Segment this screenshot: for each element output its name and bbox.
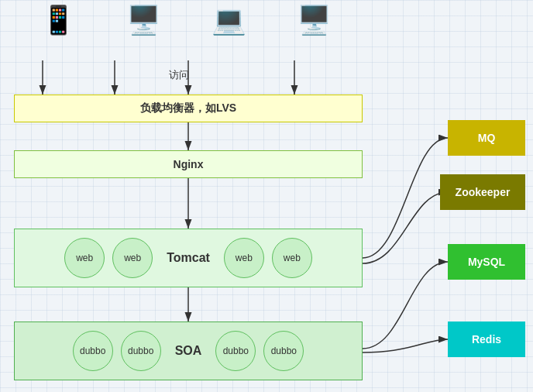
redis-box: Redis xyxy=(448,322,525,357)
tomcat-web-node-1: web xyxy=(64,238,105,278)
lvs-label: 负载均衡器，如LVS xyxy=(140,101,236,115)
desktop-icon: 🖥️ xyxy=(126,6,161,34)
soa-dubbo-node-3: dubbo xyxy=(215,331,256,371)
nginx-label: Nginx xyxy=(174,158,204,170)
redis-label: Redis xyxy=(472,333,501,346)
lvs-box: 负载均衡器，如LVS xyxy=(14,95,363,122)
devices-row: 📱 🖥️ 💻 🖥️ xyxy=(15,6,356,34)
access-label: 访问 xyxy=(169,68,189,82)
mq-label: MQ xyxy=(478,132,496,144)
tomcat-label: Tomcat xyxy=(167,251,210,265)
nginx-box: Nginx xyxy=(14,150,363,178)
soa-dubbo-node-4: dubbo xyxy=(263,331,304,371)
soa-dubbo-node-1: dubbo xyxy=(73,331,113,371)
tomcat-container: web web Tomcat web web xyxy=(14,229,363,287)
monitor-icon: 🖥️ xyxy=(297,6,332,34)
soa-container: dubbo dubbo SOA dubbo dubbo xyxy=(14,322,363,380)
zookeeper-label: Zookeeper xyxy=(456,186,511,198)
mobile-icon: 📱 xyxy=(41,6,76,34)
diagram-container: 📱 🖥️ 💻 🖥️ 访问 负载均衡器，如LVS Nginx web web To… xyxy=(0,0,533,392)
soa-label: SOA xyxy=(175,344,202,358)
tomcat-web-node-3: web xyxy=(224,238,264,278)
tomcat-web-node-2: web xyxy=(112,238,153,278)
mysql-label: MySQL xyxy=(468,256,505,268)
mq-box: MQ xyxy=(448,120,525,156)
mysql-box: MySQL xyxy=(448,244,525,280)
soa-dubbo-node-2: dubbo xyxy=(121,331,161,371)
laptop-icon: 💻 xyxy=(211,6,246,34)
zookeeper-box: Zookeeper xyxy=(440,174,525,210)
tomcat-web-node-4: web xyxy=(272,238,312,278)
